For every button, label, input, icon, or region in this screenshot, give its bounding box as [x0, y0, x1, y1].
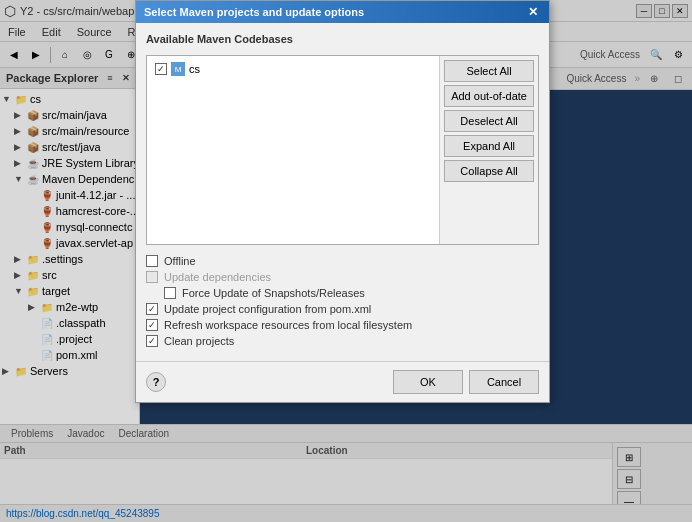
- option-force-update-checkbox[interactable]: [164, 287, 176, 299]
- dialog-close-button[interactable]: ✕: [525, 4, 541, 20]
- dialog-title: Select Maven projects and update options: [144, 6, 364, 18]
- select-all-button[interactable]: Select All: [444, 60, 534, 82]
- option-force-update: Force Update of Snapshots/Releases: [164, 287, 539, 299]
- option-refresh-workspace-label: Refresh workspace resources from local f…: [164, 319, 412, 331]
- option-refresh-workspace-checkbox[interactable]: [146, 319, 158, 331]
- maven-list-items: M cs: [147, 56, 439, 244]
- deselect-all-button[interactable]: Deselect All: [444, 110, 534, 132]
- collapse-all-button[interactable]: Collapse All: [444, 160, 534, 182]
- dialog-footer: ? OK Cancel: [136, 361, 549, 402]
- option-offline-checkbox[interactable]: [146, 255, 158, 267]
- option-update-deps: Update dependencies: [146, 271, 539, 283]
- maven-list-container: M cs Select All Add out-of-date Deselect…: [146, 55, 539, 245]
- maven-item-cs[interactable]: M cs: [151, 60, 435, 78]
- add-out-of-date-button[interactable]: Add out-of-date: [444, 85, 534, 107]
- ok-button[interactable]: OK: [393, 370, 463, 394]
- maven-cs-checkbox[interactable]: [155, 63, 167, 75]
- expand-all-button[interactable]: Expand All: [444, 135, 534, 157]
- maven-cs-label: cs: [189, 63, 200, 75]
- cancel-button[interactable]: Cancel: [469, 370, 539, 394]
- option-update-project: Update project configuration from pom.xm…: [146, 303, 539, 315]
- dialog-overlay: Select Maven projects and update options…: [0, 0, 692, 522]
- help-button[interactable]: ?: [146, 372, 166, 392]
- option-clean-projects-checkbox[interactable]: [146, 335, 158, 347]
- option-force-update-label: Force Update of Snapshots/Releases: [182, 287, 365, 299]
- ide-window: ⬡ Y2 - cs/src/main/webapp ─ □ ✕ File Edi…: [0, 0, 692, 522]
- option-clean-projects-label: Clean projects: [164, 335, 234, 347]
- dialog-section-label: Available Maven Codebases: [146, 33, 539, 45]
- option-offline: Offline: [146, 255, 539, 267]
- option-refresh-workspace: Refresh workspace resources from local f…: [146, 319, 539, 331]
- dialog-body: Available Maven Codebases M cs Select: [136, 23, 549, 361]
- maven-list-inner: M cs Select All Add out-of-date Deselect…: [147, 56, 538, 244]
- option-offline-label: Offline: [164, 255, 196, 267]
- option-update-deps-checkbox[interactable]: [146, 271, 158, 283]
- maven-update-dialog: Select Maven projects and update options…: [135, 0, 550, 403]
- maven-list-buttons: Select All Add out-of-date Deselect All …: [439, 56, 538, 244]
- option-update-project-label: Update project configuration from pom.xm…: [164, 303, 371, 315]
- option-update-deps-label: Update dependencies: [164, 271, 271, 283]
- option-clean-projects: Clean projects: [146, 335, 539, 347]
- dialog-options: Offline Update dependencies Force Update…: [146, 251, 539, 351]
- footer-buttons: OK Cancel: [393, 370, 539, 394]
- maven-cs-icon: M: [171, 62, 185, 76]
- dialog-title-bar: Select Maven projects and update options…: [136, 1, 549, 23]
- option-update-project-checkbox[interactable]: [146, 303, 158, 315]
